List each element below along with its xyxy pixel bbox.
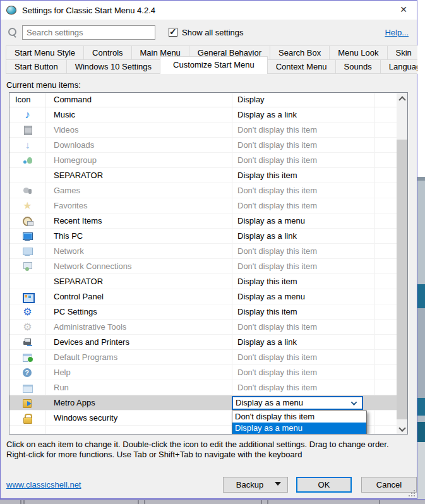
scroll-up-icon[interactable] [397,93,407,104]
background-mark [379,500,380,504]
list-item-videos[interactable]: VideosDon't display this item [9,123,397,138]
toolbar: Show all settings Help... [7,25,409,40]
display-cell: Don't display this item [232,365,374,380]
instructions-line-2: Right-click for more functions. Use Tab … [6,450,410,460]
dropdown-option-display-as-a-menu[interactable]: Display as a menu [232,423,366,434]
list-item-favorites[interactable]: ★FavoritesDon't display this item [9,198,397,213]
network-icon [22,246,33,256]
homegroup-icon [22,155,33,165]
column-header-icon: Icon [9,93,45,107]
show-all-settings-label: Show all settings [182,28,244,37]
search-input[interactable] [22,25,155,40]
default-programs-icon [22,352,33,363]
list-item-metro-apps[interactable]: Metro AppsDisplay as a menu [9,395,397,411]
filler-cell [374,274,397,289]
display-cell: Don't display this item [232,244,374,258]
list-item-administrative-tools[interactable]: ⚙Administrative ToolsDon't display this … [9,320,397,335]
icon-cell [9,168,45,183]
scroll-down-icon[interactable] [397,423,407,434]
tab-sounds[interactable]: Sounds [335,59,381,74]
list-rows: ♪MusicDisplay as a linkVideosDon't displ… [9,107,397,426]
display-cell: Don't display this item [232,138,374,152]
tab-customize-start-menu[interactable]: Customize Start Menu [160,56,268,74]
list-item-default-programs[interactable]: Default ProgramsDon't display this item [9,350,397,365]
icon-cell [9,411,45,425]
lock-icon [22,413,33,423]
backup-button[interactable]: Backup [223,477,288,493]
dropdown-arrow-icon [275,482,281,489]
list-item-run[interactable]: RunDon't display this item [9,380,397,395]
filler-cell [374,304,397,319]
help-link[interactable]: Help... [385,28,409,37]
ok-button[interactable]: OK [296,477,352,493]
title-bar: Settings for Classic Start Menu 4.2.4 [1,1,417,20]
filler-cell [374,350,397,364]
display-cell: Don't display this item [232,123,374,137]
background-mark [261,500,262,504]
tab-start-menu-style[interactable]: Start Menu Style [6,45,84,60]
tab-skin[interactable]: Skin [387,45,421,60]
tab-windows-10-settings[interactable]: Windows 10 Settings [66,59,160,74]
vertical-scrollbar[interactable] [397,93,407,434]
display-cell: Display as a link [232,107,374,122]
list-item-help[interactable]: HelpDon't display this item [9,365,397,380]
instructions-line-1: Click on each item to change it. Double-… [6,440,410,450]
list-item-network[interactable]: NetworkDon't display this item [9,244,397,259]
show-all-settings-checkbox[interactable] [169,28,177,37]
chevron-down-icon [351,399,357,405]
filler-cell [374,107,397,122]
icon-cell [9,335,45,349]
filler-cell [374,153,397,167]
list-item-games[interactable]: GamesDon't display this item [9,183,397,198]
list-item-devices-and-printers[interactable]: Devices and PrintersDisplay as a link [9,335,397,350]
icon-cell [9,274,45,289]
settings-dialog: Settings for Classic Start Menu 4.2.4 Sh… [0,0,417,499]
list-item-pc-settings[interactable]: ⚙PC SettingsDisplay this item [9,304,397,320]
list-item-this-pc[interactable]: This PCDisplay as a link [9,229,397,244]
scrollbar-thumb[interactable] [397,140,407,419]
filler-cell [374,123,397,137]
menu-items-list: Icon Command Display ♪MusicDisplay as a … [9,92,408,435]
website-link[interactable]: www.classicshell.net [6,480,81,489]
command-cell: Videos [45,123,232,137]
icon-cell: ★ [9,198,45,213]
close-icon[interactable] [390,1,417,20]
filler-cell [374,183,397,198]
list-item-music[interactable]: ♪MusicDisplay as a link [9,107,397,123]
tab-context-menu[interactable]: Context Menu [267,59,336,74]
tab-strip: Start Menu StyleControlsMain MenuGeneral… [6,45,417,74]
command-cell: Downloads [45,138,232,152]
command-cell: Default Programs [45,350,232,364]
command-cell: Windows security [45,411,232,425]
dropdown-option-don-t-display-this-item[interactable]: Don't display this item [232,411,366,423]
list-header: Icon Command Display [9,93,397,107]
tab-controls[interactable]: Controls [83,45,131,60]
tab-search-box[interactable]: Search Box [270,45,330,60]
music-note-icon: ♪ [22,110,33,120]
icon-cell [9,289,45,304]
command-cell: Control Panel [45,289,232,304]
resize-grip[interactable] [408,489,416,497]
list-item-control-panel[interactable]: Control PanelDisplay as a menu [9,289,397,304]
rows-container: Icon Command Display ♪MusicDisplay as a … [9,93,397,434]
list-item-separator[interactable]: SEPARATORDisplay this item [9,168,397,183]
list-item-separator[interactable]: SEPARATORDisplay this item [9,274,397,289]
tab-menu-look[interactable]: Menu Look [329,45,387,60]
filler-cell [374,229,397,243]
list-item-network-connections[interactable]: Network ConnectionsDon't display this it… [9,259,397,274]
search-icon [7,27,18,38]
icon-cell [9,229,45,243]
list-item-homegroup[interactable]: HomegroupDon't display this item [9,153,397,168]
filler-cell [374,244,397,258]
display-cell: Don't display this item [232,153,374,167]
display-cell: Don't display this item [232,380,374,395]
tab-start-button[interactable]: Start Button [6,59,67,74]
display-combobox[interactable]: Display as a menu [232,396,363,410]
icon-cell [9,244,45,258]
window-title: Settings for Classic Start Menu 4.2.4 [22,6,155,15]
admin-tools-icon: ⚙ [22,322,33,332]
filler-cell [374,411,397,425]
list-item-downloads[interactable]: ↓DownloadsDon't display this item [9,138,397,153]
list-item-recent-items[interactable]: Recent ItemsDisplay as a menu [9,213,397,229]
command-cell: Favorites [45,198,232,213]
